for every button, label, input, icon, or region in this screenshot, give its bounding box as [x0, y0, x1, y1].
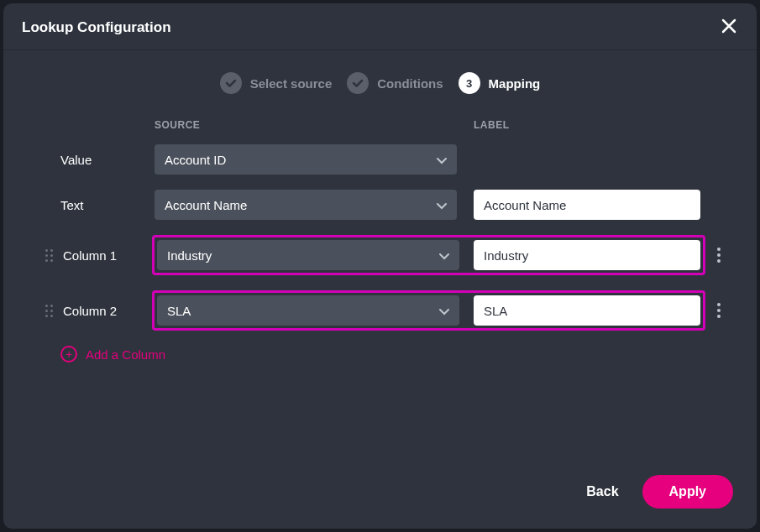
column2-row: Column 2 SLA — [60, 290, 723, 331]
column1-row: Column 1 Industry — [60, 235, 723, 275]
close-icon — [721, 18, 736, 34]
step-select-source[interactable]: Select source — [220, 72, 333, 94]
column1-more-button[interactable] — [717, 248, 721, 263]
modal-footer: Back Apply — [3, 458, 757, 529]
column2-source-select[interactable]: SLA — [157, 295, 459, 326]
select-value: Account Name — [165, 198, 247, 212]
check-circle-icon — [220, 72, 242, 94]
drag-handle-icon[interactable] — [45, 305, 53, 317]
text-source-select[interactable]: Account Name — [155, 190, 457, 220]
step-conditions[interactable]: Conditions — [347, 72, 443, 94]
mapping-content: SOURCE LABEL Value Account ID Text Accou… — [3, 119, 757, 458]
column2-label-input[interactable] — [474, 295, 700, 326]
chevron-down-icon — [437, 198, 447, 212]
column1-label-input[interactable] — [474, 240, 700, 270]
plus-circle-icon: + — [60, 346, 77, 362]
value-row: Value Account ID — [60, 144, 723, 175]
apply-button[interactable]: Apply — [642, 475, 733, 509]
add-column-button[interactable]: + Add a Column — [60, 346, 723, 362]
row-label-column1: Column 1 — [63, 248, 117, 263]
row-label-value: Value — [60, 153, 155, 167]
column1-source-select[interactable]: Industry — [157, 240, 459, 270]
lookup-configuration-modal: Lookup Configuration Select source Condi… — [3, 3, 757, 529]
more-vertical-icon — [717, 248, 721, 251]
step-number-icon: 3 — [459, 72, 480, 94]
label-header: LABEL — [474, 119, 510, 131]
check-circle-icon — [347, 72, 369, 94]
source-header: SOURCE — [155, 119, 474, 131]
modal-header: Lookup Configuration — [3, 3, 757, 50]
stepper: Select source Conditions 3 Mapping — [3, 50, 757, 119]
row-label-column2: Column 2 — [63, 304, 117, 318]
chevron-down-icon — [439, 248, 449, 263]
text-label-input[interactable] — [474, 190, 700, 220]
select-value: SLA — [167, 304, 191, 318]
more-vertical-icon — [717, 303, 721, 306]
step-label: Mapping — [489, 76, 541, 91]
text-row: Text Account Name — [60, 190, 723, 220]
drag-handle-icon[interactable] — [45, 249, 53, 262]
select-value: Industry — [167, 248, 212, 263]
close-button[interactable] — [718, 15, 740, 39]
step-label: Conditions — [377, 76, 443, 91]
chevron-down-icon — [437, 153, 447, 167]
row-label-text: Text — [60, 198, 155, 212]
column-headers: SOURCE LABEL — [60, 119, 723, 131]
column2-more-button[interactable] — [717, 303, 721, 318]
column1-highlighted: Industry — [152, 235, 705, 275]
back-button[interactable]: Back — [586, 484, 618, 499]
chevron-down-icon — [439, 304, 449, 318]
modal-title: Lookup Configuration — [22, 19, 171, 36]
step-label: Select source — [250, 76, 333, 91]
column2-highlighted: SLA — [152, 290, 705, 331]
select-value: Account ID — [165, 153, 226, 167]
add-column-label: Add a Column — [86, 347, 165, 362]
value-source-select[interactable]: Account ID — [155, 144, 457, 175]
step-mapping[interactable]: 3 Mapping — [459, 72, 541, 94]
